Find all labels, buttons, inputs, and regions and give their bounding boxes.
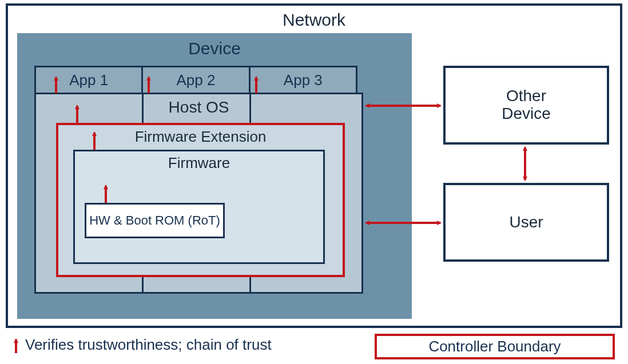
legend-controller-text: Controller Boundary [428, 338, 561, 355]
app-2-label: App 2 [177, 71, 216, 89]
user-box: User [443, 183, 609, 262]
app-3-box: App 3 [249, 66, 357, 94]
other-device-label: Other Device [502, 87, 551, 123]
host-os-label: Host OS [36, 99, 361, 117]
other-device-box: Other Device [443, 66, 609, 145]
legend-controller-box: Controller Boundary [375, 334, 615, 359]
device-label: Device [17, 39, 412, 58]
trust-diagram: Network Device Host OS App 1 App 2 App 3… [0, 0, 628, 364]
firmware-label: Firmware [75, 155, 323, 171]
network-label: Network [8, 10, 620, 29]
legend-trust-text: Verifies trustworthiness; chain of trust [25, 336, 272, 354]
app-1-label: App 1 [69, 71, 108, 89]
user-label: User [509, 214, 543, 231]
firmware-extension-label: Firmware Extension [58, 129, 343, 145]
root-of-trust-label: HW & Boot ROM (RoT) [89, 213, 220, 228]
app-1-box: App 1 [34, 66, 143, 94]
root-of-trust-box: HW & Boot ROM (RoT) [85, 203, 225, 238]
app-2-box: App 2 [141, 66, 250, 94]
app-3-label: App 3 [284, 71, 323, 89]
apps-row: App 1 App 2 App 3 [34, 66, 357, 94]
legend-trust: Verifies trustworthiness; chain of trust [11, 336, 272, 354]
